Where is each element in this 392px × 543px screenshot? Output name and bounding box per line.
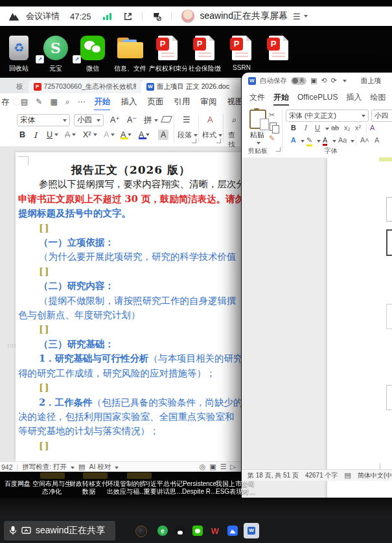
redo-icon[interactable]: ⟳	[331, 76, 337, 85]
save-icon[interactable]: ▣	[310, 76, 317, 85]
spellcheck-status[interactable]: 拼写检查: 打开	[22, 463, 75, 472]
font-name-select[interactable]: 宋体	[17, 114, 70, 126]
increase-font-icon[interactable]: A⁺	[110, 115, 120, 124]
italic-button[interactable]: I	[304, 124, 306, 132]
cut-icon[interactable]: ✂	[269, 111, 275, 119]
text-effects-button[interactable]: A	[291, 136, 296, 144]
format-painter-icon[interactable]: ✎	[36, 97, 42, 106]
desktop-icon-doc-6[interactable]: 我国上市公司ESG表现对…	[216, 480, 255, 496]
phonetic-guide-icon[interactable]: 拼	[144, 115, 158, 126]
menu-review[interactable]: 审阅	[200, 97, 216, 108]
bold-button[interactable]: B	[291, 124, 296, 132]
print-icon[interactable]: ▦	[50, 97, 57, 106]
print-preview-icon[interactable]: ⌕	[65, 97, 70, 106]
taskbar-app-word-active[interactable]: W	[244, 523, 259, 538]
taskbar-app-wps[interactable]: W	[210, 526, 220, 536]
desktop-icon-wechat[interactable]: ↗ 微信	[74, 34, 111, 73]
share-screen-icon[interactable]	[123, 12, 133, 21]
menu-officeplus[interactable]: OfficePLUS	[297, 93, 338, 102]
tab-partial[interactable]: 板	[0, 80, 29, 93]
ai-proof-button[interactable]: AI 校对	[89, 463, 119, 472]
menu-view[interactable]: 视图	[227, 97, 243, 108]
page-view-icon[interactable]: ▣	[209, 463, 216, 471]
desktop-icon-yuanbao[interactable]: S↗ 元宝	[37, 34, 75, 73]
desktop-icon-doc-2[interactable]: 财政转移支付数据	[69, 480, 108, 496]
desktop-icon-doc-3[interactable]: 环境管制的挤出效应与福…	[107, 480, 146, 496]
decrease-font-icon[interactable]: A⁻	[127, 115, 137, 124]
char-border-button[interactable]: A	[158, 130, 168, 140]
clear-format-icon[interactable]	[162, 116, 171, 122]
desktop-icon-doc-5[interactable]: PersistenceDespite R…	[180, 480, 219, 496]
outline-view-icon[interactable]: ☰	[220, 463, 227, 471]
page-indicator[interactable]: 第 18 页, 共 51 页	[248, 471, 299, 480]
annotation-disabled-icon[interactable]	[152, 12, 162, 21]
eye-protect-icon[interactable]: ◎	[200, 463, 206, 471]
format-painter-icon[interactable]: ✎	[269, 134, 275, 143]
desktop-icon-doc-1[interactable]: 空间布局与生态净化	[32, 480, 71, 496]
paste-caret[interactable]	[257, 142, 260, 144]
save-icon[interactable]: ▤	[21, 97, 28, 106]
underline-button[interactable]: U	[315, 124, 320, 132]
superscript-button[interactable]: x²	[355, 124, 361, 132]
menu-page[interactable]: 页面	[147, 97, 163, 108]
drag-handle-icon[interactable]: ∷∷	[8, 345, 16, 355]
menu-draw[interactable]: 绘图	[370, 92, 386, 103]
menu-home[interactable]: 开始	[273, 92, 289, 103]
menu-reference[interactable]: 引用	[174, 97, 190, 108]
meeting-details-link[interactable]: 会议详情	[26, 10, 60, 22]
desktop-icon-baidu-netdisk[interactable]: 百度网盘	[0, 480, 37, 488]
desktop-icon-pdf-3[interactable]: P SSRN	[223, 34, 260, 71]
clear-formatting-icon[interactable]: A	[370, 124, 375, 132]
taskbar-app-qq[interactable]	[175, 526, 185, 536]
taskbar-app-browser-dark[interactable]	[135, 526, 147, 537]
document-page[interactable]: 报告正文（2026 版） 参照以下提纲撰写，要求内容翔实、清晰，层次分 申请书正…	[16, 152, 241, 461]
font-size-select[interactable]: 小四	[371, 110, 392, 122]
text-highlight-button[interactable]: ✎	[306, 136, 312, 146]
taskbar-app-tencent-meeting[interactable]	[227, 526, 238, 536]
subscript-button[interactable]: x₂	[344, 124, 351, 132]
tab-word-document[interactable]: W面上项目 正文 2026.doc	[141, 80, 241, 93]
desktop-icon-folder[interactable]: 信息、文件	[111, 34, 149, 73]
more-icon[interactable]: ⋯	[77, 97, 85, 106]
chevron-down-icon[interactable]	[343, 80, 347, 82]
clipboard-dialog-launcher[interactable]	[276, 147, 281, 152]
strikethrough-button[interactable]: A	[65, 130, 76, 139]
paste-icon[interactable]	[249, 110, 266, 129]
change-case-button[interactable]: Aa	[338, 136, 347, 144]
read-mode-icon[interactable]: ▷	[231, 463, 236, 471]
italic-button[interactable]: I	[34, 130, 37, 140]
member-list-icon[interactable]: ☰	[293, 12, 300, 21]
desktop-icon-pdf-1[interactable]: P 产权权利束分	[149, 34, 187, 73]
font-name-select[interactable]: 宋体 (中文正文)	[286, 110, 369, 122]
bold-button[interactable]: B	[19, 130, 25, 139]
menu-insert[interactable]: 插入	[121, 97, 137, 108]
paste-button[interactable]: 粘贴	[250, 130, 264, 140]
menu-file[interactable]: 文件	[249, 92, 265, 103]
shrink-font-button[interactable]: A	[375, 136, 379, 144]
taskbar-app-wechat[interactable]	[192, 526, 203, 536]
underline-button[interactable]: U	[47, 130, 58, 139]
meeting-share-pill[interactable]: seawind正在共享	[4, 521, 115, 540]
style-dialog-launcher[interactable]	[216, 139, 221, 143]
language-indicator[interactable]: 简体中文(中国	[358, 471, 392, 480]
desktop-icon-recycle-bin[interactable]: ♻ 回收站	[0, 34, 38, 73]
font-color-button[interactable]: A	[323, 136, 327, 146]
superscript-button[interactable]: X²	[83, 130, 97, 139]
grow-font-button[interactable]: A˄	[360, 136, 369, 144]
menu-insert[interactable]: 插入	[346, 92, 362, 103]
tab-pdf-document[interactable]: P7257030660_生态补偿长效机制政	[29, 80, 141, 93]
word-count[interactable]: 42671 个字	[305, 471, 338, 480]
undo-icon[interactable]: ⟲	[321, 76, 327, 85]
desktop-icon-doc-4[interactable]: 习近平总书记重要讲话思…	[144, 480, 183, 496]
copy-icon[interactable]	[270, 122, 277, 131]
menu-home[interactable]: 开始	[94, 97, 110, 108]
desktop-icon-pdf-4[interactable]: P	[260, 34, 297, 64]
underline-caret[interactable]	[325, 128, 329, 130]
font-color-button[interactable]: A	[139, 130, 150, 139]
strikethrough-button[interactable]: ab	[331, 124, 339, 132]
taskbar-app-360-browser[interactable]: e	[157, 526, 168, 536]
proofing-icon[interactable]: ▤	[345, 471, 351, 479]
autosave-toggle[interactable]: 关	[291, 77, 306, 85]
desktop-icon-pdf-2[interactable]: P 社会保险缴	[186, 34, 224, 73]
character-shading-button[interactable]: A	[104, 130, 115, 139]
